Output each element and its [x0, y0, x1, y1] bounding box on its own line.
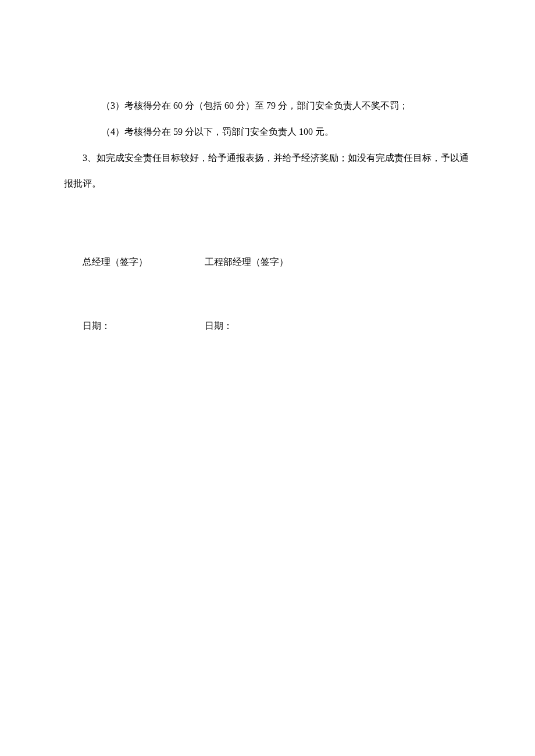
- list-item-3: （3）考核得分在 60 分（包括 60 分）至 79 分，部门安全负责人不奖不罚…: [64, 93, 471, 119]
- list-item-4: （4）考核得分在 59 分以下，罚部门安全负责人 100 元。: [64, 119, 471, 145]
- date-left-label: 日期：: [83, 313, 205, 339]
- eng-manager-signature-label: 工程部经理（签字）: [205, 249, 471, 275]
- clause-3: 3、如完成安全责任目标较好，给予通报表扬，并给予经济奖励；如没有完成责任目标，予…: [64, 145, 471, 198]
- date-right-label: 日期：: [205, 313, 471, 339]
- gm-signature-label: 总经理（签字）: [83, 249, 205, 275]
- date-row: 日期： 日期：: [64, 313, 471, 339]
- signature-row: 总经理（签字） 工程部经理（签字）: [64, 249, 471, 275]
